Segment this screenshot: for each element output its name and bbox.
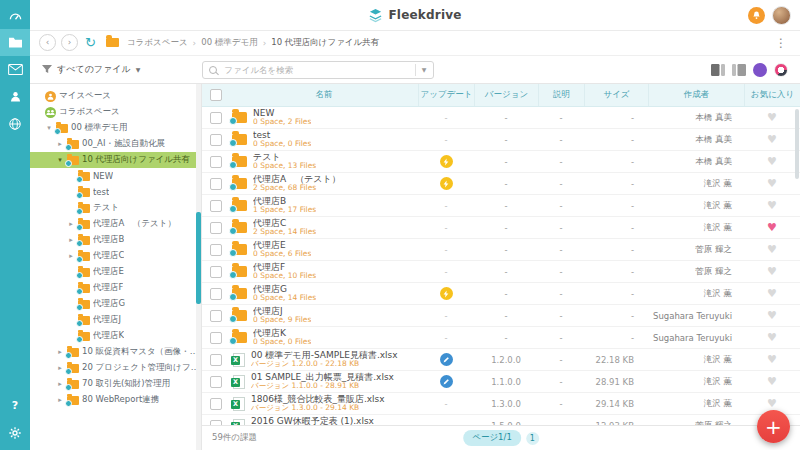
name-cell[interactable]: 代理店K0 Space, 0 Files: [230, 328, 418, 347]
favorite-icon[interactable]: ♥: [767, 199, 777, 212]
table-row[interactable]: test0 Space, 0 Files----本橋 真美♥: [202, 129, 800, 151]
name-cell[interactable]: test0 Space, 0 Files: [230, 130, 418, 149]
row-checkbox[interactable]: [210, 222, 222, 234]
tree-item[interactable]: ▸80 WebReport連携: [30, 392, 201, 408]
favorite-icon[interactable]: ♥: [767, 397, 777, 410]
tree-expand-icon[interactable]: ▾: [45, 124, 53, 132]
breadcrumb-item[interactable]: コラボスペース: [127, 37, 188, 49]
tree-expand-icon[interactable]: ▸: [56, 396, 64, 404]
tree-item[interactable]: 代理店F: [30, 280, 201, 296]
tree-item[interactable]: ▸20 プロジェクト管理向けファイル共有: [30, 360, 201, 376]
tree-item[interactable]: 代理店K: [30, 328, 201, 344]
name-cell[interactable]: 代理店F0 Space, 10 Files: [230, 262, 418, 281]
table-row[interactable]: 代理店K0 Space, 0 Files----Sugahara Teruyuk…: [202, 327, 800, 349]
name-cell[interactable]: 代理店C2 Space, 14 Files: [230, 218, 418, 237]
rail-item-settings[interactable]: [0, 419, 30, 446]
name-cell[interactable]: X01 SAMPLE_出力帳票_見積書.xlsxバージョン 1.1.0.0 - …: [230, 372, 418, 391]
tree-item[interactable]: テスト: [30, 200, 201, 216]
row-checkbox[interactable]: [210, 112, 222, 124]
file-filter-dropdown[interactable]: すべてのファイル ▼: [42, 63, 140, 76]
breadcrumb-item[interactable]: 00 標準デモ用: [201, 37, 257, 49]
table-row[interactable]: 代理店E0 Space, 6 Files----菅原 輝之♥: [202, 239, 800, 261]
tree-expand-icon[interactable]: ▸: [56, 140, 64, 148]
table-row[interactable]: テスト0 Space, 13 Files---本橋 真美♥: [202, 151, 800, 173]
name-cell[interactable]: X00 標準デモ用-SAMPLE見積書.xlsxバージョン 1.2.0.0 - …: [230, 350, 418, 369]
tree-item[interactable]: 代理店E: [30, 264, 201, 280]
user-avatar[interactable]: [772, 6, 791, 25]
favorite-icon[interactable]: ♥: [767, 221, 777, 234]
name-cell[interactable]: テスト0 Space, 13 Files: [230, 152, 418, 171]
tree-expand-icon[interactable]: ▸: [67, 252, 75, 260]
favorite-icon[interactable]: ♥: [767, 243, 777, 256]
row-checkbox[interactable]: [210, 178, 222, 190]
row-checkbox[interactable]: [210, 200, 222, 212]
name-cell[interactable]: X2016 GW休暇予定表 (1).xlsxバージョン 1.5.0.0 - 12…: [230, 416, 418, 425]
row-checkbox[interactable]: [210, 354, 222, 366]
favorite-icon[interactable]: ♥: [767, 331, 777, 344]
table-row[interactable]: X1806様_競合比較表_量販店.xlsxバージョン 1.3.0.0 - 29.…: [202, 393, 800, 415]
page-number-button[interactable]: 1: [526, 432, 539, 445]
more-options-button[interactable]: ⋮: [771, 36, 791, 50]
row-checkbox[interactable]: [210, 376, 222, 388]
table-row[interactable]: 代理店C2 Space, 14 Files----滝沢 薫♥: [202, 217, 800, 239]
column-header[interactable]: 作成者: [648, 84, 744, 106]
name-cell[interactable]: 代理店A （テスト）2 Space, 68 Files: [230, 174, 418, 193]
list-view-button[interactable]: [732, 64, 746, 76]
favorite-icon[interactable]: ♥: [767, 353, 777, 366]
row-checkbox[interactable]: [210, 156, 222, 168]
tree-item[interactable]: ▾00 標準デモ用: [30, 120, 201, 136]
row-checkbox[interactable]: [210, 244, 222, 256]
table-row[interactable]: 代理店J0 Space, 9 Files----Sugahara Teruyuk…: [202, 305, 800, 327]
tree-expand-icon[interactable]: ▸: [67, 236, 75, 244]
column-header[interactable]: お気に入り: [744, 84, 800, 106]
table-row[interactable]: 代理店G0 Space, 14 Files---滝沢 薫♥: [202, 283, 800, 305]
row-checkbox[interactable]: [210, 310, 222, 322]
forward-button[interactable]: ›: [61, 34, 78, 51]
row-checkbox[interactable]: [210, 332, 222, 344]
breadcrumb-item[interactable]: 10 代理店向けファイル共有: [271, 37, 379, 49]
table-row[interactable]: 代理店B1 Space, 17 Files----滝沢 薫♥: [202, 195, 800, 217]
column-header[interactable]: 説明: [538, 84, 584, 106]
notifications-button[interactable]: [748, 7, 765, 24]
rail-item-help[interactable]: ?: [0, 392, 30, 419]
row-checkbox[interactable]: [210, 134, 222, 146]
tree-expand-icon[interactable]: ▸: [67, 220, 75, 228]
tree-expand-icon[interactable]: ▸: [56, 364, 64, 372]
tree-scrollbar-thumb[interactable]: [196, 212, 201, 304]
name-cell[interactable]: 代理店G0 Space, 14 Files: [230, 284, 418, 303]
card-view-button[interactable]: [711, 64, 725, 76]
table-row[interactable]: X2016 GW休暇予定表 (1).xlsxバージョン 1.5.0.0 - 12…: [202, 415, 800, 425]
favorite-icon[interactable]: ♥: [767, 155, 777, 168]
add-new-button[interactable]: +: [757, 410, 790, 443]
favorite-icon[interactable]: ♥: [767, 177, 777, 190]
favorite-icon[interactable]: ♥: [767, 133, 777, 146]
select-all-checkbox[interactable]: [210, 89, 222, 101]
tree-item[interactable]: ▸代理店A （テスト）: [30, 216, 201, 232]
purple-app-button[interactable]: [753, 63, 767, 77]
favorite-icon[interactable]: ♥: [767, 265, 777, 278]
table-row[interactable]: NEW0 Space, 2 Files----本橋 真美♥: [202, 107, 800, 129]
rail-item-mail[interactable]: [0, 56, 30, 83]
tree-item[interactable]: コラボスペース: [30, 104, 201, 120]
tree-item[interactable]: ▸70 取引先(知財)管理用: [30, 376, 201, 392]
favorite-icon[interactable]: ♥: [767, 375, 777, 388]
name-cell[interactable]: NEW0 Space, 2 Files: [230, 108, 418, 127]
favorite-icon[interactable]: ♥: [767, 287, 777, 300]
name-cell[interactable]: X1806様_競合比較表_量販店.xlsxバージョン 1.3.0.0 - 29.…: [230, 394, 418, 413]
table-row[interactable]: 代理店F0 Space, 10 Files----菅原 輝之♥: [202, 261, 800, 283]
tree-expand-icon[interactable]: ▾: [56, 156, 64, 164]
table-row[interactable]: 代理店A （テスト）2 Space, 68 Files---滝沢 薫♥: [202, 173, 800, 195]
tree-item[interactable]: 代理店G: [30, 296, 201, 312]
table-row[interactable]: X00 標準デモ用-SAMPLE見積書.xlsxバージョン 1.2.0.0 - …: [202, 349, 800, 371]
favorite-icon[interactable]: ♥: [767, 111, 777, 124]
tree-item[interactable]: ▸代理店B: [30, 232, 201, 248]
column-header[interactable]: 名前: [230, 84, 418, 106]
refresh-button[interactable]: ↻: [85, 36, 96, 49]
search-options-chevron-icon[interactable]: ▼: [421, 66, 428, 73]
row-checkbox[interactable]: [210, 266, 222, 278]
name-cell[interactable]: 代理店J0 Space, 9 Files: [230, 306, 418, 325]
row-checkbox[interactable]: [210, 398, 222, 410]
row-checkbox[interactable]: [210, 288, 222, 300]
rail-item-files[interactable]: [0, 29, 30, 56]
tree-expand-icon[interactable]: ▸: [56, 380, 64, 388]
